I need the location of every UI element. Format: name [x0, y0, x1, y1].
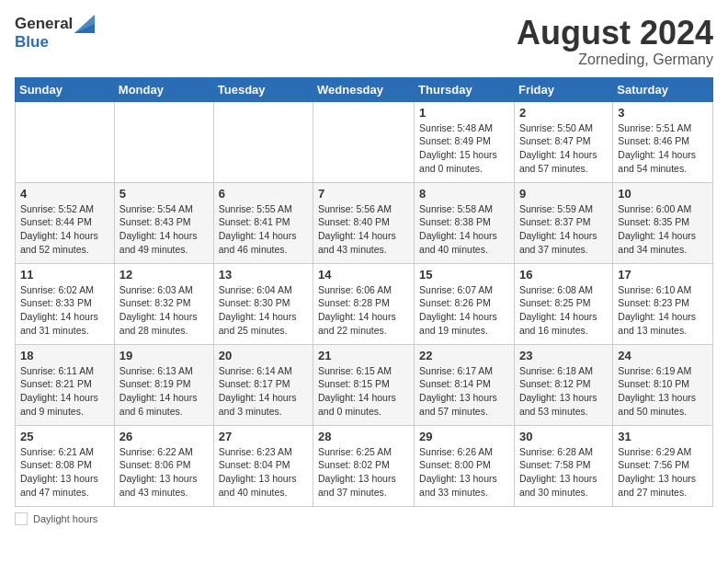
day-cell: 15Sunrise: 6:07 AM Sunset: 8:26 PM Dayli…: [415, 263, 515, 344]
day-cell: 4Sunrise: 5:52 AM Sunset: 8:44 PM Daylig…: [16, 182, 115, 263]
day-info: Sunrise: 6:10 AM Sunset: 8:23 PM Dayligh…: [618, 283, 708, 338]
day-info: Sunrise: 6:07 AM Sunset: 8:26 PM Dayligh…: [419, 283, 509, 338]
day-cell: 18Sunrise: 6:11 AM Sunset: 8:21 PM Dayli…: [16, 344, 115, 425]
day-info: Sunrise: 6:26 AM Sunset: 8:00 PM Dayligh…: [419, 445, 509, 500]
day-info: Sunrise: 5:59 AM Sunset: 8:37 PM Dayligh…: [519, 202, 608, 257]
day-info: Sunrise: 6:00 AM Sunset: 8:35 PM Dayligh…: [618, 202, 708, 257]
title-block: August 2024 Zorneding, Germany: [517, 15, 713, 68]
day-number: 9: [519, 187, 608, 201]
day-number: 6: [219, 187, 308, 201]
day-info: Sunrise: 6:08 AM Sunset: 8:25 PM Dayligh…: [519, 283, 608, 338]
day-cell: 7Sunrise: 5:56 AM Sunset: 8:40 PM Daylig…: [313, 182, 415, 263]
day-cell: 5Sunrise: 5:54 AM Sunset: 8:43 PM Daylig…: [114, 182, 213, 263]
logo-triangle-icon: [74, 15, 95, 33]
day-cell: [313, 101, 415, 182]
calendar-title: August 2024: [517, 15, 713, 52]
day-info: Sunrise: 6:13 AM Sunset: 8:19 PM Dayligh…: [119, 364, 209, 419]
day-number: 1: [419, 106, 509, 120]
day-cell: [16, 101, 115, 182]
day-cell: 30Sunrise: 6:28 AM Sunset: 7:58 PM Dayli…: [514, 425, 612, 506]
day-number: 27: [219, 430, 308, 443]
day-number: 14: [318, 268, 409, 282]
day-info: Sunrise: 5:51 AM Sunset: 8:46 PM Dayligh…: [618, 121, 708, 176]
day-cell: 13Sunrise: 6:04 AM Sunset: 8:30 PM Dayli…: [213, 263, 313, 344]
day-cell: [114, 101, 213, 182]
week-row-5: 25Sunrise: 6:21 AM Sunset: 8:08 PM Dayli…: [16, 425, 713, 506]
day-number: 10: [618, 187, 708, 201]
day-cell: 29Sunrise: 6:26 AM Sunset: 8:00 PM Dayli…: [415, 425, 515, 506]
weekday-header-saturday: Saturday: [613, 77, 713, 101]
day-cell: 2Sunrise: 5:50 AM Sunset: 8:47 PM Daylig…: [514, 101, 612, 182]
day-info: Sunrise: 6:18 AM Sunset: 8:12 PM Dayligh…: [519, 364, 608, 419]
day-number: 24: [618, 349, 708, 362]
weekday-header-sunday: Sunday: [16, 77, 115, 101]
day-cell: 25Sunrise: 6:21 AM Sunset: 8:08 PM Dayli…: [16, 425, 115, 506]
day-number: 5: [119, 187, 209, 201]
day-info: Sunrise: 6:03 AM Sunset: 8:32 PM Dayligh…: [119, 283, 209, 338]
logo: General Blue: [15, 15, 95, 52]
day-cell: 31Sunrise: 6:29 AM Sunset: 7:56 PM Dayli…: [613, 425, 713, 506]
day-number: 19: [119, 349, 209, 362]
day-cell: 10Sunrise: 6:00 AM Sunset: 8:35 PM Dayli…: [613, 182, 713, 263]
day-info: Sunrise: 6:17 AM Sunset: 8:14 PM Dayligh…: [419, 364, 509, 419]
daylight-legend-box: [15, 512, 28, 525]
day-info: Sunrise: 5:55 AM Sunset: 8:41 PM Dayligh…: [219, 202, 308, 257]
day-info: Sunrise: 6:29 AM Sunset: 7:56 PM Dayligh…: [618, 445, 708, 500]
day-cell: 1Sunrise: 5:48 AM Sunset: 8:49 PM Daylig…: [415, 101, 515, 182]
day-cell: 21Sunrise: 6:15 AM Sunset: 8:15 PM Dayli…: [313, 344, 415, 425]
day-info: Sunrise: 5:56 AM Sunset: 8:40 PM Dayligh…: [318, 202, 409, 257]
day-cell: 16Sunrise: 6:08 AM Sunset: 8:25 PM Dayli…: [514, 263, 612, 344]
day-number: 12: [119, 268, 209, 282]
day-number: 20: [219, 349, 308, 362]
day-cell: 19Sunrise: 6:13 AM Sunset: 8:19 PM Dayli…: [114, 344, 213, 425]
day-cell: 6Sunrise: 5:55 AM Sunset: 8:41 PM Daylig…: [213, 182, 313, 263]
day-info: Sunrise: 5:58 AM Sunset: 8:38 PM Dayligh…: [419, 202, 509, 257]
day-info: Sunrise: 6:25 AM Sunset: 8:02 PM Dayligh…: [318, 445, 409, 500]
calendar-body: 1Sunrise: 5:48 AM Sunset: 8:49 PM Daylig…: [16, 101, 713, 506]
day-cell: [213, 101, 313, 182]
weekday-header-thursday: Thursday: [415, 77, 515, 101]
day-cell: 26Sunrise: 6:22 AM Sunset: 8:06 PM Dayli…: [114, 425, 213, 506]
day-info: Sunrise: 6:11 AM Sunset: 8:21 PM Dayligh…: [20, 364, 109, 419]
day-cell: 9Sunrise: 5:59 AM Sunset: 8:37 PM Daylig…: [514, 182, 612, 263]
day-info: Sunrise: 6:02 AM Sunset: 8:33 PM Dayligh…: [20, 283, 109, 338]
day-cell: 28Sunrise: 6:25 AM Sunset: 8:02 PM Dayli…: [313, 425, 415, 506]
day-number: 26: [119, 430, 209, 443]
day-info: Sunrise: 6:19 AM Sunset: 8:10 PM Dayligh…: [618, 364, 708, 419]
day-info: Sunrise: 6:28 AM Sunset: 7:58 PM Dayligh…: [519, 445, 608, 500]
main-container: General Blue August 2024 Zorneding, Germ…: [0, 0, 728, 534]
day-cell: 12Sunrise: 6:03 AM Sunset: 8:32 PM Dayli…: [114, 263, 213, 344]
day-cell: 3Sunrise: 5:51 AM Sunset: 8:46 PM Daylig…: [613, 101, 713, 182]
footer: Daylight hours: [15, 512, 713, 525]
weekday-header-tuesday: Tuesday: [213, 77, 313, 101]
day-info: Sunrise: 6:23 AM Sunset: 8:04 PM Dayligh…: [219, 445, 308, 500]
day-cell: 22Sunrise: 6:17 AM Sunset: 8:14 PM Dayli…: [415, 344, 515, 425]
day-cell: 14Sunrise: 6:06 AM Sunset: 8:28 PM Dayli…: [313, 263, 415, 344]
daylight-label: Daylight hours: [33, 513, 97, 524]
day-info: Sunrise: 6:14 AM Sunset: 8:17 PM Dayligh…: [219, 364, 308, 419]
day-cell: 24Sunrise: 6:19 AM Sunset: 8:10 PM Dayli…: [613, 344, 713, 425]
day-info: Sunrise: 6:04 AM Sunset: 8:30 PM Dayligh…: [219, 283, 308, 338]
day-cell: 23Sunrise: 6:18 AM Sunset: 8:12 PM Dayli…: [514, 344, 612, 425]
week-row-4: 18Sunrise: 6:11 AM Sunset: 8:21 PM Dayli…: [16, 344, 713, 425]
day-info: Sunrise: 6:06 AM Sunset: 8:28 PM Dayligh…: [318, 283, 409, 338]
day-number: 3: [618, 106, 708, 120]
day-cell: 11Sunrise: 6:02 AM Sunset: 8:33 PM Dayli…: [16, 263, 115, 344]
day-cell: 17Sunrise: 6:10 AM Sunset: 8:23 PM Dayli…: [613, 263, 713, 344]
weekday-header-monday: Monday: [114, 77, 213, 101]
day-info: Sunrise: 5:52 AM Sunset: 8:44 PM Dayligh…: [20, 202, 109, 257]
day-number: 23: [519, 349, 608, 362]
day-info: Sunrise: 5:50 AM Sunset: 8:47 PM Dayligh…: [519, 121, 608, 176]
day-number: 18: [20, 349, 109, 362]
day-info: Sunrise: 6:22 AM Sunset: 8:06 PM Dayligh…: [119, 445, 209, 500]
logo-general: General: [15, 15, 73, 33]
day-number: 25: [20, 430, 109, 443]
day-number: 15: [419, 268, 509, 282]
day-number: 16: [519, 268, 608, 282]
weekday-row: SundayMondayTuesdayWednesdayThursdayFrid…: [16, 77, 713, 101]
day-number: 4: [20, 187, 109, 201]
header: General Blue August 2024 Zorneding, Germ…: [15, 15, 713, 68]
day-number: 7: [318, 187, 409, 201]
day-number: 2: [519, 106, 608, 120]
day-cell: 8Sunrise: 5:58 AM Sunset: 8:38 PM Daylig…: [415, 182, 515, 263]
